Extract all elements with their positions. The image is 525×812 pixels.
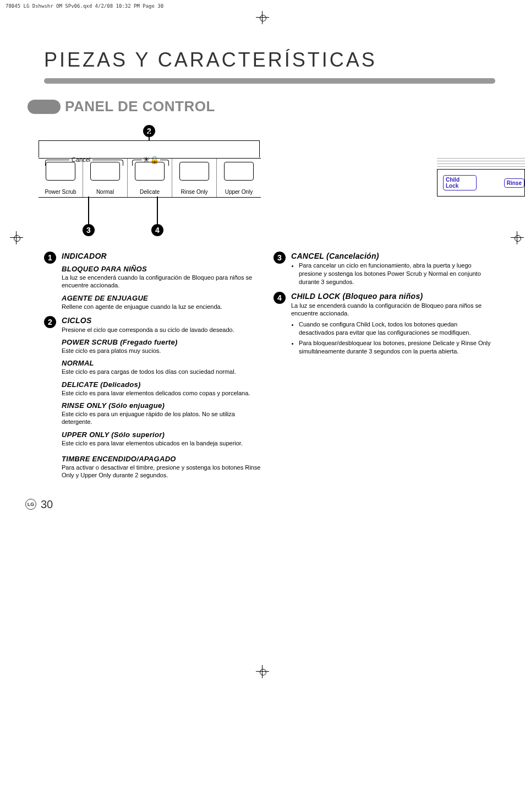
ciclos-heading: CICLOS — [62, 316, 262, 325]
timbre-text: Para activar o desactivar el timbre, pre… — [62, 464, 262, 479]
print-header: 78045 LG Dshwshr OM SPv06.qxd 4/2/08 10:… — [0, 0, 525, 12]
control-panel-diagram: 2 Cancel ✳🔒 Power Scrub Normal Delicate … — [39, 125, 525, 241]
entry-num-3: 3 — [274, 252, 286, 264]
lg-logo-icon: LG — [25, 499, 36, 510]
childlock-bullet-1: Cuando se configura Child Lock, todos lo… — [299, 320, 492, 337]
childlock-intro: La luz se encenderá cuando la configurac… — [291, 302, 492, 318]
entry-num-1: 1 — [44, 252, 56, 264]
childlock-bullet-2: Para bloquear/desbloquear los botones, p… — [299, 339, 492, 356]
crop-mark-top — [0, 11, 525, 26]
ciclos-intro: Presione el ciclo que corresponda a su c… — [62, 326, 262, 334]
upper-only-text: Este ciclo es para lavar elementos ubica… — [62, 439, 262, 447]
page-title: PIEZAS Y CARACTERÍSTICAS — [44, 48, 525, 72]
delicate-heading: DELICATE (Delicados) — [62, 380, 262, 389]
cancel-heading: CANCEL (Cancelación) — [291, 252, 492, 260]
agente-heading: AGENTE DE ENJUAGUE — [62, 294, 262, 302]
delicate-button: Delicate — [128, 159, 172, 197]
power-scrub-heading: POWER SCRUB (Fregado fuerte) — [62, 338, 262, 346]
cancel-bullet: Para cancelar un ciclo en funcionamiento… — [299, 261, 492, 286]
bloqueo-heading: BLOQUEO PARA NIÑOS — [62, 265, 262, 273]
entry-num-4: 4 — [274, 292, 286, 304]
power-scrub-button: Power Scrub — [39, 159, 83, 197]
childlock-heading: CHILD LOCK (Bloqueo para niños) — [291, 292, 492, 301]
normal-text: Este ciclo es para cargas de todos los d… — [62, 368, 262, 375]
registration-mark-left — [10, 231, 23, 247]
callout-3: 3 — [83, 224, 95, 236]
rinse-only-heading: RINSE ONLY (Sólo enjuague) — [62, 401, 262, 410]
crop-mark-bottom — [0, 665, 525, 680]
rinse-only-text: Este ciclo es para un enjuague rápido de… — [62, 410, 262, 426]
agente-text: Rellene con agente de enjuague cuando la… — [62, 303, 262, 310]
indicador-heading: INDICADOR — [62, 252, 262, 260]
delicate-text: Este ciclo es para lavar elementos delic… — [62, 389, 262, 397]
page-number: 30 — [41, 498, 53, 511]
upper-only-heading: UPPER ONLY (Sólo superior) — [62, 430, 262, 439]
timbre-heading: TIMBRE ENCENDIDO/APAGADO — [62, 455, 262, 463]
title-underline — [44, 78, 495, 84]
section-pill — [28, 100, 61, 114]
power-scrub-text: Este ciclo es para platos muy sucios. — [62, 347, 262, 355]
bloqueo-text: La luz se encenderá cuando la configurac… — [62, 274, 262, 290]
child-lock-pill: Child Lock — [443, 175, 477, 190]
upper-only-button: Upper Only — [217, 159, 261, 197]
section-title: PANEL DE CONTROL — [65, 98, 215, 115]
side-panel-fragment: Child Lock Rinse — [437, 158, 525, 197]
normal-heading: NORMAL — [62, 359, 262, 367]
entry-num-2: 2 — [44, 316, 56, 328]
rinse-pill: Rinse — [504, 178, 524, 188]
rinse-only-button: Rinse Only — [172, 159, 217, 197]
callout-4: 4 — [151, 224, 163, 236]
normal-button: Normal — [83, 159, 128, 197]
